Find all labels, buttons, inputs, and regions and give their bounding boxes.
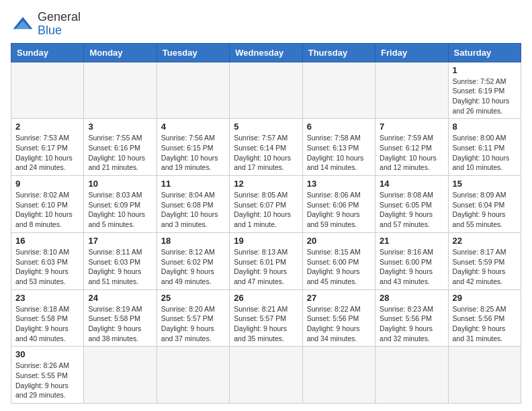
calendar-cell: 9Sunrise: 8:02 AMSunset: 6:10 PMDaylight… [11, 176, 84, 233]
calendar-cell: 13Sunrise: 8:06 AMSunset: 6:06 PMDayligh… [302, 176, 375, 233]
calendar-cell [448, 347, 521, 404]
day-number: 26 [234, 293, 298, 303]
calendar-header-row: SundayMondayTuesdayWednesdayThursdayFrid… [11, 43, 521, 62]
calendar-cell: 29Sunrise: 8:25 AMSunset: 5:56 PMDayligh… [448, 289, 521, 347]
calendar-week-3: 9Sunrise: 8:02 AMSunset: 6:10 PMDaylight… [11, 176, 521, 233]
calendar-cell: 8Sunrise: 8:00 AMSunset: 6:11 PMDaylight… [448, 119, 521, 176]
calendar-cell: 22Sunrise: 8:17 AMSunset: 5:59 PMDayligh… [448, 232, 521, 289]
calendar-cell [84, 347, 157, 404]
calendar-week-5: 23Sunrise: 8:18 AMSunset: 5:58 PMDayligh… [11, 289, 521, 347]
calendar-cell: 2Sunrise: 7:53 AMSunset: 6:17 PMDaylight… [11, 119, 84, 176]
calendar-week-1: 1Sunrise: 7:52 AMSunset: 6:19 PMDaylight… [11, 62, 521, 119]
day-number: 28 [380, 293, 443, 303]
calendar-cell: 14Sunrise: 8:08 AMSunset: 6:05 PMDayligh… [375, 176, 448, 233]
calendar-week-6: 30Sunrise: 8:26 AMSunset: 5:55 PMDayligh… [11, 347, 521, 404]
calendar-body: 1Sunrise: 7:52 AMSunset: 6:19 PMDaylight… [11, 62, 521, 404]
day-info: Sunrise: 7:56 AMSunset: 6:15 PMDaylight:… [161, 133, 225, 173]
day-number: 4 [161, 122, 225, 132]
calendar-cell [302, 62, 375, 119]
logo-icon [11, 12, 35, 36]
day-number: 25 [161, 293, 225, 303]
day-number: 9 [15, 179, 79, 189]
col-header-sunday: Sunday [11, 43, 84, 62]
day-info: Sunrise: 7:52 AMSunset: 6:19 PMDaylight:… [453, 77, 517, 116]
day-number: 16 [15, 236, 79, 246]
calendar-week-4: 16Sunrise: 8:10 AMSunset: 6:03 PMDayligh… [11, 232, 521, 289]
calendar-cell [375, 347, 448, 404]
day-number: 13 [307, 179, 371, 189]
calendar-cell: 24Sunrise: 8:19 AMSunset: 5:58 PMDayligh… [84, 289, 157, 347]
col-header-tuesday: Tuesday [157, 43, 229, 62]
day-number: 18 [161, 236, 225, 246]
calendar-cell: 11Sunrise: 8:04 AMSunset: 6:08 PMDayligh… [157, 176, 229, 233]
calendar-cell: 10Sunrise: 8:03 AMSunset: 6:09 PMDayligh… [84, 176, 157, 233]
col-header-monday: Monday [84, 43, 157, 62]
calendar-cell: 1Sunrise: 7:52 AMSunset: 6:19 PMDaylight… [448, 62, 521, 119]
calendar-cell [84, 62, 157, 119]
calendar-cell: 19Sunrise: 8:13 AMSunset: 6:01 PMDayligh… [230, 232, 302, 289]
col-header-thursday: Thursday [302, 43, 375, 62]
calendar-cell [230, 62, 302, 119]
day-info: Sunrise: 7:55 AMSunset: 6:16 PMDaylight:… [88, 133, 152, 173]
col-header-saturday: Saturday [448, 43, 521, 62]
day-info: Sunrise: 8:09 AMSunset: 6:04 PMDaylight:… [453, 190, 517, 230]
calendar-cell [157, 347, 229, 404]
day-info: Sunrise: 8:02 AMSunset: 6:10 PMDaylight:… [15, 190, 79, 230]
calendar-cell [157, 62, 229, 119]
day-info: Sunrise: 8:04 AMSunset: 6:08 PMDaylight:… [161, 190, 225, 230]
day-info: Sunrise: 8:11 AMSunset: 6:03 PMDaylight:… [88, 247, 152, 287]
day-number: 24 [88, 293, 152, 303]
day-number: 7 [380, 122, 443, 132]
day-info: Sunrise: 8:22 AMSunset: 5:56 PMDaylight:… [307, 304, 371, 344]
day-number: 12 [234, 179, 298, 189]
day-info: Sunrise: 8:26 AMSunset: 5:55 PMDaylight:… [15, 361, 79, 400]
day-info: Sunrise: 8:19 AMSunset: 5:58 PMDaylight:… [88, 304, 152, 344]
day-info: Sunrise: 7:57 AMSunset: 6:14 PMDaylight:… [234, 133, 298, 173]
calendar-table: SundayMondayTuesdayWednesdayThursdayFrid… [11, 43, 521, 404]
day-number: 10 [88, 179, 152, 189]
day-number: 5 [234, 122, 298, 132]
day-number: 19 [234, 236, 298, 246]
calendar-cell: 6Sunrise: 7:58 AMSunset: 6:13 PMDaylight… [302, 119, 375, 176]
calendar-cell: 23Sunrise: 8:18 AMSunset: 5:58 PMDayligh… [11, 289, 84, 347]
calendar-cell: 30Sunrise: 8:26 AMSunset: 5:55 PMDayligh… [11, 347, 84, 404]
day-info: Sunrise: 8:17 AMSunset: 5:59 PMDaylight:… [453, 247, 517, 287]
calendar-cell [11, 62, 84, 119]
day-number: 14 [380, 179, 443, 189]
calendar-cell [230, 347, 302, 404]
day-info: Sunrise: 8:18 AMSunset: 5:58 PMDaylight:… [15, 304, 79, 344]
day-number: 15 [453, 179, 517, 189]
day-info: Sunrise: 8:25 AMSunset: 5:56 PMDaylight:… [453, 304, 517, 344]
calendar-cell: 5Sunrise: 7:57 AMSunset: 6:14 PMDaylight… [230, 119, 302, 176]
day-number: 3 [88, 122, 152, 132]
calendar-cell [375, 62, 448, 119]
calendar-cell: 25Sunrise: 8:20 AMSunset: 5:57 PMDayligh… [157, 289, 229, 347]
day-number: 11 [161, 179, 225, 189]
calendar-cell: 4Sunrise: 7:56 AMSunset: 6:15 PMDaylight… [157, 119, 229, 176]
calendar-cell: 27Sunrise: 8:22 AMSunset: 5:56 PMDayligh… [302, 289, 375, 347]
calendar-cell: 12Sunrise: 8:05 AMSunset: 6:07 PMDayligh… [230, 176, 302, 233]
day-info: Sunrise: 8:06 AMSunset: 6:06 PMDaylight:… [307, 190, 371, 230]
calendar-cell: 21Sunrise: 8:16 AMSunset: 6:00 PMDayligh… [375, 232, 448, 289]
day-number: 29 [453, 293, 517, 303]
day-number: 30 [15, 349, 79, 359]
day-info: Sunrise: 8:15 AMSunset: 6:00 PMDaylight:… [307, 247, 371, 287]
calendar-cell: 16Sunrise: 8:10 AMSunset: 6:03 PMDayligh… [11, 232, 84, 289]
day-info: Sunrise: 8:13 AMSunset: 6:01 PMDaylight:… [234, 247, 298, 287]
day-info: Sunrise: 7:59 AMSunset: 6:12 PMDaylight:… [380, 133, 443, 173]
day-number: 2 [15, 122, 79, 132]
calendar-cell: 28Sunrise: 8:23 AMSunset: 5:56 PMDayligh… [375, 289, 448, 347]
calendar-cell: 26Sunrise: 8:21 AMSunset: 5:57 PMDayligh… [230, 289, 302, 347]
day-info: Sunrise: 8:05 AMSunset: 6:07 PMDaylight:… [234, 190, 298, 230]
day-number: 22 [453, 236, 517, 246]
col-header-wednesday: Wednesday [230, 43, 302, 62]
day-info: Sunrise: 8:23 AMSunset: 5:56 PMDaylight:… [380, 304, 443, 344]
calendar-cell: 3Sunrise: 7:55 AMSunset: 6:16 PMDaylight… [84, 119, 157, 176]
day-number: 8 [453, 122, 517, 132]
day-info: Sunrise: 8:00 AMSunset: 6:11 PMDaylight:… [453, 133, 517, 173]
day-info: Sunrise: 8:12 AMSunset: 6:02 PMDaylight:… [161, 247, 225, 287]
calendar-cell: 20Sunrise: 8:15 AMSunset: 6:00 PMDayligh… [302, 232, 375, 289]
page-header: General Blue [11, 11, 521, 38]
day-number: 17 [88, 236, 152, 246]
day-number: 20 [307, 236, 371, 246]
